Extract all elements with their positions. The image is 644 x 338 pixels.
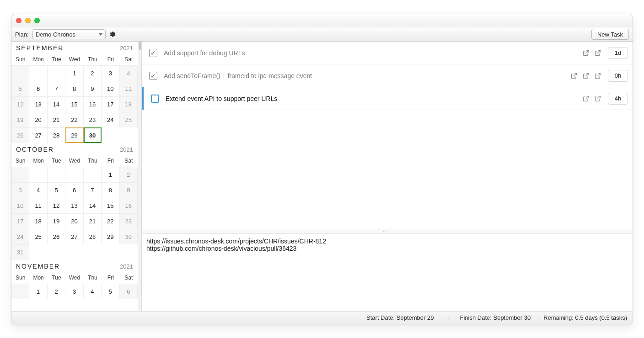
task-checkbox[interactable]: ✓ [149, 72, 157, 80]
task-checkbox[interactable]: ✓ [149, 49, 157, 57]
external-link-icon[interactable] [594, 95, 601, 102]
calendar-day[interactable]: 2 [120, 167, 138, 182]
minimize-window-button[interactable] [25, 18, 31, 23]
calendar-day[interactable]: 19 [48, 213, 65, 229]
plan-select[interactable]: Demo Chronos [32, 29, 106, 39]
calendar-day[interactable]: 29 [102, 229, 119, 244]
task-notes[interactable]: https://issues.chronos-desk.com/projects… [142, 233, 633, 311]
calendar-day[interactable]: 2 [84, 65, 102, 81]
calendar-day[interactable]: 27 [29, 127, 47, 143]
calendar-day[interactable]: 1 [65, 65, 83, 81]
external-link-icon[interactable] [594, 49, 601, 57]
external-link-icon[interactable] [582, 72, 590, 79]
horizontal-splitter[interactable]: ···· [142, 229, 633, 233]
task-row[interactable]: ✓Add support for debug URLs1d [142, 42, 633, 64]
calendar-day[interactable]: 30 [120, 229, 138, 244]
calendar-day[interactable]: 13 [65, 198, 83, 213]
calendar-day[interactable]: 28 [48, 127, 65, 143]
calendar-day[interactable]: 8 [102, 182, 119, 198]
external-link-icon[interactable] [594, 72, 601, 79]
calendar-day[interactable]: 2 [48, 284, 65, 299]
calendar-day[interactable]: 9 [120, 182, 138, 198]
calendar-day[interactable]: 9 [84, 81, 102, 96]
calendar-day[interactable]: 14 [48, 96, 65, 112]
calendar-day[interactable]: 14 [84, 198, 102, 213]
task-row[interactable]: Extend event API to support peer URLs4h [142, 87, 633, 110]
calendar-day[interactable]: 12 [48, 198, 65, 213]
new-task-button[interactable]: New Task [591, 29, 629, 40]
calendar-day[interactable]: 5 [11, 81, 29, 96]
calendar-day[interactable]: 26 [48, 229, 65, 244]
calendar-day[interactable]: 7 [84, 182, 102, 198]
calendar-day[interactable]: 26 [11, 127, 29, 143]
external-link-icon[interactable] [582, 49, 590, 57]
plan-select-value: Demo Chronos [36, 31, 75, 38]
task-estimate[interactable]: 0h [608, 70, 628, 82]
calendar-day[interactable]: 15 [102, 198, 119, 213]
calendar-day[interactable]: 17 [102, 96, 119, 112]
calendar-day[interactable]: 7 [48, 81, 65, 96]
calendar-day[interactable]: 5 [48, 182, 65, 198]
task-estimate[interactable]: 4h [608, 93, 628, 105]
calendar-day[interactable]: 11 [120, 81, 138, 96]
calendar-day[interactable]: 22 [65, 112, 83, 127]
calendar-day[interactable]: 30 [84, 127, 102, 143]
weekday-label: Sat [120, 54, 138, 64]
calendar-day[interactable]: 13 [29, 96, 47, 112]
calendar-day[interactable]: 29 [65, 127, 83, 143]
calendar-day[interactable]: 5 [102, 284, 119, 299]
calendar-day[interactable]: 23 [120, 213, 138, 229]
calendar-day[interactable]: 3 [102, 65, 119, 81]
sidebar-scrollbar-thumb[interactable] [139, 42, 141, 50]
calendar-day[interactable]: 15 [65, 96, 83, 112]
calendar-day[interactable]: 20 [29, 112, 47, 127]
calendar-day[interactable]: 21 [84, 213, 102, 229]
calendar-day[interactable]: 19 [11, 112, 29, 127]
calendar-day[interactable]: 31 [11, 244, 29, 260]
task-link-icons [582, 49, 601, 57]
calendar-day[interactable]: 6 [120, 284, 138, 299]
calendar-day[interactable]: 24 [102, 112, 119, 127]
calendar-day[interactable]: 1 [102, 167, 119, 182]
task-link-icons [570, 72, 601, 79]
calendar-day[interactable]: 24 [11, 229, 29, 244]
sidebar-scrollbar[interactable] [138, 42, 141, 311]
calendar-day[interactable]: 11 [29, 198, 47, 213]
calendar-day[interactable]: 16 [120, 198, 138, 213]
calendar-day[interactable]: 17 [11, 213, 29, 229]
month-year: 2021 [120, 263, 133, 270]
external-link-icon[interactable] [570, 72, 578, 79]
calendar-day[interactable]: 25 [29, 229, 47, 244]
task-row[interactable]: ✓Add sendToFrame() + frameId to ipc-mess… [142, 64, 633, 87]
calendar-day[interactable]: 3 [65, 284, 83, 299]
calendar-day[interactable]: 20 [65, 213, 83, 229]
zoom-window-button[interactable] [34, 18, 40, 23]
calendar-day[interactable]: 4 [84, 284, 102, 299]
external-link-icon[interactable] [582, 95, 590, 102]
main-split: SEPTEMBER2021SunMonTueWedThuFriSat123456… [11, 42, 633, 311]
calendar-day[interactable]: 25 [120, 112, 138, 127]
calendar-day[interactable]: 23 [84, 112, 102, 127]
task-estimate[interactable]: 1d [608, 47, 628, 59]
calendar-day[interactable]: 16 [84, 96, 102, 112]
calendar-day[interactable]: 10 [102, 81, 119, 96]
calendar-day[interactable]: 28 [84, 229, 102, 244]
calendar-day[interactable]: 4 [120, 65, 138, 81]
calendar-day[interactable]: 6 [65, 182, 83, 198]
calendar-day[interactable]: 10 [11, 198, 29, 213]
gear-icon[interactable] [109, 31, 116, 37]
calendar-day[interactable]: 27 [65, 229, 83, 244]
calendar-day[interactable]: 12 [11, 96, 29, 112]
calendar-day[interactable]: 21 [48, 112, 65, 127]
weekday-label: Wed [65, 156, 83, 166]
calendar-day[interactable]: 22 [102, 213, 119, 229]
calendar-day[interactable]: 18 [120, 96, 138, 112]
task-checkbox[interactable] [151, 95, 159, 103]
calendar-day[interactable]: 4 [29, 182, 47, 198]
calendar-day[interactable]: 8 [65, 81, 83, 96]
calendar-day[interactable]: 1 [29, 284, 47, 299]
calendar-day[interactable]: 18 [29, 213, 47, 229]
calendar-day[interactable]: 3 [11, 182, 29, 198]
calendar-day[interactable]: 6 [29, 81, 47, 96]
close-window-button[interactable] [16, 18, 21, 23]
